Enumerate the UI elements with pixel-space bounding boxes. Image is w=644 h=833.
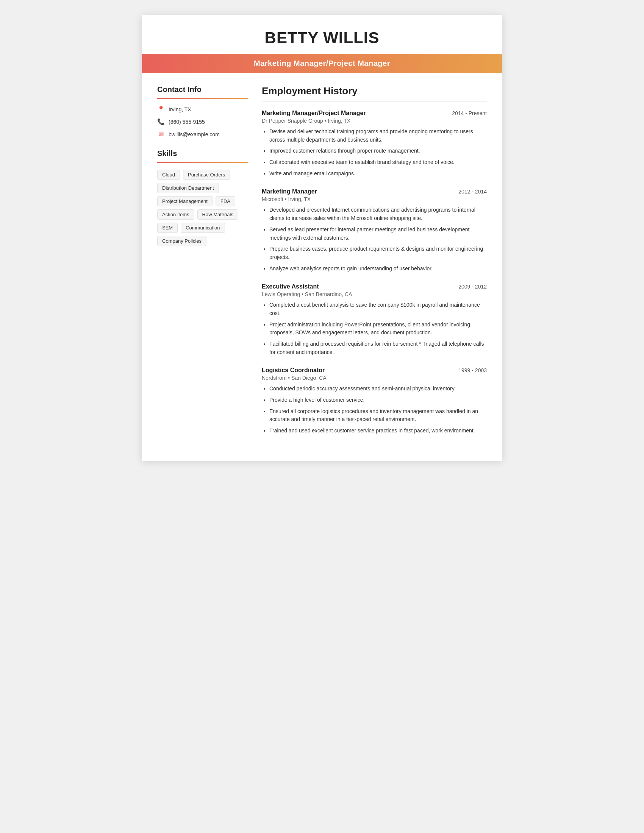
job-bullets: Completed a cost benefit analysis to sav… <box>262 301 487 356</box>
skill-tag: Raw Materials <box>197 209 238 220</box>
job-entry: Executive Assistant2009 - 2012Lewis Oper… <box>262 283 487 356</box>
job-header: Marketing Manager2012 - 2014 <box>262 188 487 195</box>
job-bullet: Project administration including PowerPo… <box>269 321 487 337</box>
skills-tags-container: CloudPurchase OrdersDistribution Departm… <box>157 170 248 246</box>
location-item: 📍 Irving, TX <box>157 106 248 113</box>
job-title: Marketing Manager/Project Manager <box>262 110 366 117</box>
job-bullet: Conducted periodic accuracy assessments … <box>269 385 487 393</box>
job-bullet: Facilitated billing and processed requis… <box>269 340 487 356</box>
job-bullet: Completed a cost benefit analysis to sav… <box>269 301 487 317</box>
job-dates: 2014 - Present <box>452 110 487 116</box>
skill-tag: Communication <box>181 223 225 233</box>
email-item: ✉ bwillis@example.com <box>157 130 248 138</box>
job-bullet: Served as lead presenter for internal pa… <box>269 226 487 242</box>
job-bullet: Collaborated with executive team to esta… <box>269 158 487 167</box>
skill-tag: Action Items <box>157 209 194 220</box>
contact-divider <box>157 98 248 99</box>
job-bullets: Developed and presented Internet communi… <box>262 206 487 273</box>
title-bar: Marketing Manager/Project Manager <box>142 54 502 73</box>
job-company: Dr Pepper Snapple Group • Irving, TX <box>262 118 487 124</box>
jobs-list: Marketing Manager/Project Manager2014 - … <box>262 110 487 435</box>
job-title: Logistics Coordinator <box>262 367 325 374</box>
job-header: Logistics Coordinator1999 - 2003 <box>262 367 487 374</box>
email-text: bwillis@example.com <box>169 131 220 137</box>
job-bullet: Prepare business cases, produce product … <box>269 245 487 261</box>
job-bullet: Analyze web analytics reports to gain un… <box>269 265 487 273</box>
job-entry: Marketing Manager2012 - 2014Microsoft • … <box>262 188 487 273</box>
job-company: Nordstrom • San Diego, CA <box>262 375 487 381</box>
job-bullet: Improved customer relations through prop… <box>269 147 487 155</box>
candidate-title: Marketing Manager/Project Manager <box>142 59 502 68</box>
skill-tag: SEM <box>157 223 178 233</box>
location-text: Irving, TX <box>169 106 191 113</box>
job-bullet: Provide a high level of customer service… <box>269 396 487 404</box>
skills-section: Skills CloudPurchase OrdersDistribution … <box>157 149 248 246</box>
employment-section-title: Employment History <box>262 85 487 97</box>
contact-section-title: Contact Info <box>157 85 248 94</box>
job-title: Executive Assistant <box>262 283 319 290</box>
email-icon: ✉ <box>157 130 165 138</box>
candidate-name: BETTY WILLIS <box>157 29 487 47</box>
job-dates: 2009 - 2012 <box>458 284 487 289</box>
job-bullet: Trained and used excellent customer serv… <box>269 427 487 435</box>
job-bullet: Developed and presented Internet communi… <box>269 206 487 222</box>
job-company: Microsoft • Irving, TX <box>262 196 487 202</box>
skills-divider <box>157 162 248 163</box>
job-bullets: Conducted periodic accuracy assessments … <box>262 385 487 435</box>
phone-icon: 📞 <box>157 118 165 125</box>
main-content: Employment History Marketing Manager/Pro… <box>262 85 487 445</box>
skill-tag: Distribution Department <box>157 183 219 193</box>
job-dates: 1999 - 2003 <box>458 367 487 373</box>
job-entry: Marketing Manager/Project Manager2014 - … <box>262 110 487 178</box>
location-icon: 📍 <box>157 106 165 113</box>
job-bullet: Ensured all corporate logistics procedur… <box>269 407 487 424</box>
skill-tag: Project Management <box>157 196 213 206</box>
skills-section-title: Skills <box>157 149 248 158</box>
job-bullet: Write and manage email campaigns. <box>269 170 487 178</box>
skill-tag: Cloud <box>157 170 180 180</box>
job-header: Executive Assistant2009 - 2012 <box>262 283 487 290</box>
skill-tag: FDA <box>216 196 235 206</box>
resume-header: BETTY WILLIS <box>142 15 502 47</box>
phone-item: 📞 (860) 555-9155 <box>157 118 248 125</box>
job-company: Lewis Operating • San Bernardino, CA <box>262 291 487 297</box>
skill-tag: Company Policies <box>157 236 206 246</box>
resume-container: BETTY WILLIS Marketing Manager/Project M… <box>142 15 502 461</box>
phone-text: (860) 555-9155 <box>169 119 205 125</box>
job-title: Marketing Manager <box>262 188 317 195</box>
job-entry: Logistics Coordinator1999 - 2003Nordstro… <box>262 367 487 435</box>
job-dates: 2012 - 2014 <box>458 188 487 195</box>
sidebar: Contact Info 📍 Irving, TX 📞 (860) 555-91… <box>157 85 248 445</box>
job-header: Marketing Manager/Project Manager2014 - … <box>262 110 487 117</box>
skill-tag: Purchase Orders <box>183 170 230 180</box>
employment-divider <box>262 101 487 101</box>
job-bullets: Devise and deliver technical training pr… <box>262 128 487 178</box>
job-bullet: Devise and deliver technical training pr… <box>269 128 487 144</box>
resume-body: Contact Info 📍 Irving, TX 📞 (860) 555-91… <box>142 73 502 461</box>
